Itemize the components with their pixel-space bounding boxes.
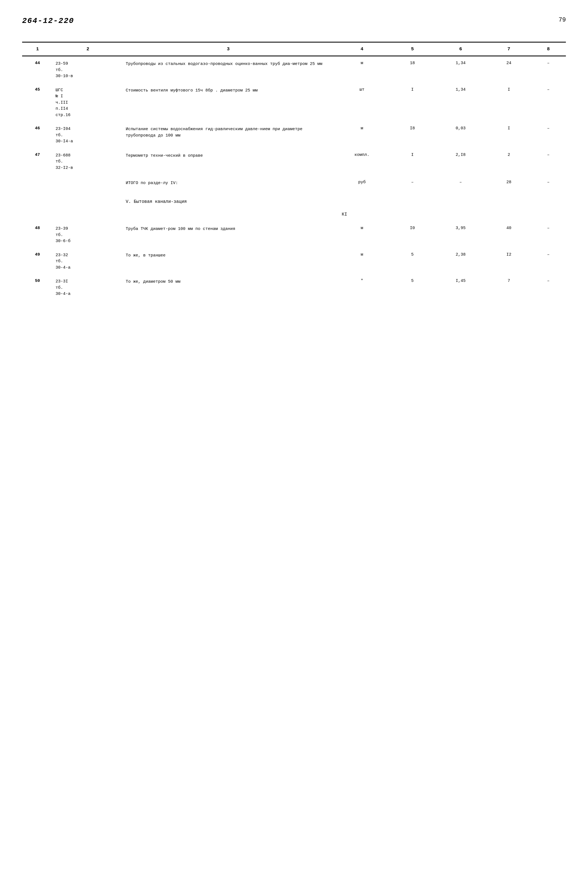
sub-desc: КI — [123, 209, 566, 221]
row-coeff: 0,03 — [434, 121, 487, 148]
sub-header-row: КI — [22, 209, 566, 221]
subtotal-val8: – — [531, 174, 566, 192]
table-row: 45 ШГС№ Iч.IIIп.II4стр.16 Стоимость вент… — [22, 83, 566, 122]
row-val8: – — [531, 221, 566, 248]
row-coeff: I,45 — [434, 274, 487, 301]
row-coeff: 1,34 — [434, 83, 487, 122]
section-code — [53, 192, 123, 209]
row-qty: I — [390, 83, 434, 122]
row-id: 45 — [22, 83, 53, 122]
row-val8: – — [531, 121, 566, 148]
row-unit: м — [333, 221, 390, 248]
subtotal-coeff: – — [434, 174, 487, 192]
row-id: 50 — [22, 274, 53, 301]
section-num — [22, 192, 53, 209]
row-val8: – — [531, 148, 566, 175]
table-row: 46 23-I04тб.30-I4-а Испытание системы во… — [22, 121, 566, 148]
row-id: 46 — [22, 121, 53, 148]
section-header-row: V. Бытовая канали-зация — [22, 192, 566, 209]
row-unit: м — [333, 121, 390, 148]
col-header-1: 1 — [22, 43, 53, 55]
row-val7: 40 — [487, 221, 531, 248]
col-header-5: 5 — [390, 43, 434, 55]
row-unit: шт — [333, 83, 390, 122]
row-val7: 24 — [487, 56, 531, 83]
sub-code — [53, 209, 123, 221]
row-code: 23-39тб.30-6-б — [53, 221, 123, 248]
row-coeff: 1,34 — [434, 56, 487, 83]
row-val8: – — [531, 248, 566, 274]
table-row: 44 23-59тб.30-10-в Трубопроводы из сталь… — [22, 56, 566, 83]
subtotal-unit: руб — [333, 174, 390, 192]
table-row: 48 23-39тб.30-6-б Труба ТЧК диамет-ром 1… — [22, 221, 566, 248]
subtotal-qty: – — [390, 174, 434, 192]
row-coeff: 2,I8 — [434, 148, 487, 175]
row-id: 48 — [22, 221, 53, 248]
table-row: 49 23-32тб.30-4-а То же, в траншее м 5 2… — [22, 248, 566, 274]
page-number: 79 — [559, 16, 566, 24]
row-desc: Труба ТЧК диамет-ром 100 мм по стенам зд… — [123, 221, 333, 248]
sub-num — [22, 209, 53, 221]
col-header-3: 3 — [123, 43, 333, 55]
table-row: 47 23-688тб.32-I2-в Термометр техни-ческ… — [22, 148, 566, 175]
row-qty: 5 — [390, 274, 434, 301]
row-val8: – — [531, 83, 566, 122]
subtotal-row: ИТОГО по разде-лу IV: руб – – 28 – — [22, 174, 566, 192]
row-code: 23-32тб.30-4-а — [53, 248, 123, 274]
row-val7: I — [487, 83, 531, 122]
main-table: 1 2 3 4 5 6 7 8 44 23-59тб.30-10-в Трубо… — [22, 42, 566, 301]
row-desc: Стоимость вентиля муфтового 15ч 8бр . ди… — [123, 83, 333, 122]
row-code: 23-I04тб.30-I4-а — [53, 121, 123, 148]
col-header-2: 2 — [53, 43, 123, 55]
row-desc: Трубопроводы из стальных водогазо-провод… — [123, 56, 333, 83]
subtotal-num — [22, 174, 53, 192]
row-val8: – — [531, 56, 566, 83]
section-desc: V. Бытовая канали-зация — [123, 192, 566, 209]
row-unit: компл. — [333, 148, 390, 175]
row-id: 44 — [22, 56, 53, 83]
subtotal-val7: 28 — [487, 174, 531, 192]
row-desc: Испытание системы водоснабжения гид-равл… — [123, 121, 333, 148]
row-coeff: 3,95 — [434, 221, 487, 248]
row-qty: I8 — [390, 121, 434, 148]
subtotal-desc: ИТОГО по разде-лу IV: — [123, 174, 333, 192]
row-id: 47 — [22, 148, 53, 175]
row-coeff: 2,38 — [434, 248, 487, 274]
row-desc: То же, диаметром 50 мм — [123, 274, 333, 301]
row-desc: То же, в траншее — [123, 248, 333, 274]
row-qty: I — [390, 148, 434, 175]
row-unit: " — [333, 274, 390, 301]
row-val7: 7 — [487, 274, 531, 301]
col-header-8: 8 — [531, 43, 566, 55]
row-code: 23-688тб.32-I2-в — [53, 148, 123, 175]
row-val8: – — [531, 274, 566, 301]
row-qty: 5 — [390, 248, 434, 274]
subtotal-code — [53, 174, 123, 192]
row-code: ШГС№ Iч.IIIп.II4стр.16 — [53, 83, 123, 122]
col-header-7: 7 — [487, 43, 531, 55]
table-row: 50 23-3Iтб.30-4-а То же, диаметром 50 мм… — [22, 274, 566, 301]
col-header-6: 6 — [434, 43, 487, 55]
row-code: 23-59тб.30-10-в — [53, 56, 123, 83]
col-header-4: 4 — [333, 43, 390, 55]
row-val7: I2 — [487, 248, 531, 274]
row-qty: I0 — [390, 221, 434, 248]
doc-number: 264-12-220 — [22, 16, 74, 25]
row-val7: I — [487, 121, 531, 148]
row-code: 23-3Iтб.30-4-а — [53, 274, 123, 301]
row-qty: 18 — [390, 56, 434, 83]
row-unit: м — [333, 248, 390, 274]
row-unit: м — [333, 56, 390, 83]
row-val7: 2 — [487, 148, 531, 175]
row-desc: Термометр техни-ческий в оправе — [123, 148, 333, 175]
row-id: 49 — [22, 248, 53, 274]
